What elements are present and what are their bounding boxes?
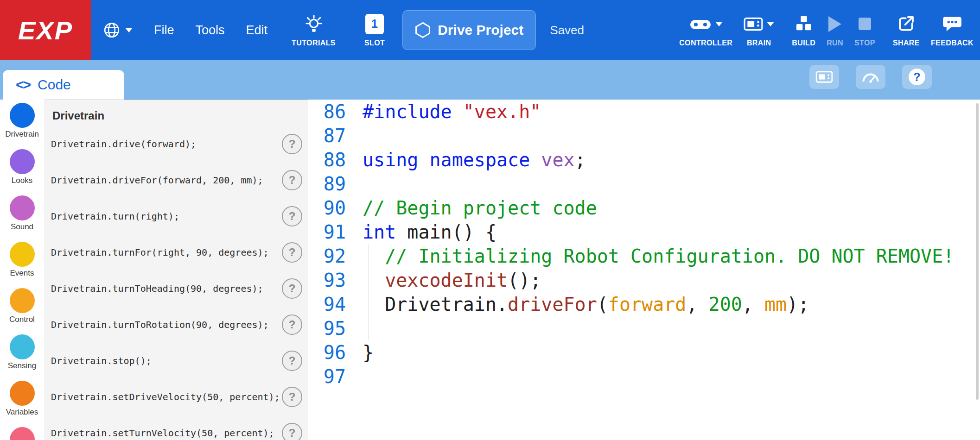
code-line[interactable]: 97 xyxy=(308,365,980,389)
line-number: 96 xyxy=(308,342,363,363)
command-help-button[interactable]: ? xyxy=(282,314,302,335)
run-button[interactable]: RUN xyxy=(827,13,843,47)
code-text: vexcodeInit(); xyxy=(363,270,541,291)
command-help-button[interactable]: ? xyxy=(282,387,302,407)
code-line[interactable]: 90// Begin project code xyxy=(308,196,980,220)
play-icon xyxy=(828,16,841,32)
command-palette: Drivetrain Drivetrain.drive(forward);?Dr… xyxy=(44,100,308,440)
code-line[interactable]: 88using namespace vex; xyxy=(308,148,980,172)
dashboard-button[interactable] xyxy=(856,65,885,89)
sidebar-category-looks[interactable]: Looks xyxy=(0,149,44,185)
command-row[interactable]: Drivetrain.drive(forward);? xyxy=(44,126,308,162)
command-row[interactable]: Drivetrain.turnToHeading(90, degrees);? xyxy=(44,270,308,307)
code-text: Drivetrain.driveFor(forward, 200, mm); xyxy=(363,294,809,315)
project-name-button[interactable]: Drive Project xyxy=(402,10,536,50)
line-number: 94 xyxy=(308,294,363,315)
line-number: 97 xyxy=(308,366,363,387)
command-help-button[interactable]: ? xyxy=(282,170,302,190)
code-tab-label: Code xyxy=(38,77,71,93)
command-row[interactable]: Drivetrain.turnToRotation(90, degrees);? xyxy=(44,307,308,343)
category-label: Variables xyxy=(6,407,38,417)
line-number: 86 xyxy=(308,101,363,122)
chevron-down-icon xyxy=(715,22,723,26)
sidebar-category-partial[interactable] xyxy=(0,427,44,440)
command-row[interactable]: Drivetrain.turnFor(right, 90, degrees);? xyxy=(44,234,308,270)
category-sidebar: DrivetrainLooksSoundEventsControlSensing… xyxy=(0,100,44,440)
device-info-button[interactable] xyxy=(809,65,839,89)
stop-button[interactable]: STOP xyxy=(854,13,875,47)
globe-icon xyxy=(103,21,121,39)
sidebar-category-control[interactable]: Control xyxy=(0,288,44,324)
topbar: EXP File Tools Edit TUTORIALS xyxy=(0,0,980,60)
sidebar-category-sound[interactable]: Sound xyxy=(0,195,44,232)
share-label: SHARE xyxy=(893,39,920,47)
code-text: } xyxy=(363,342,374,363)
code-line[interactable]: 92 // Initializing Robot Configuration. … xyxy=(308,244,980,268)
command-row[interactable]: Drivetrain.driveFor(forward, 200, mm);? xyxy=(44,162,308,198)
editor-scrollbar[interactable] xyxy=(976,103,979,400)
code-line[interactable]: 93 vexcodeInit(); xyxy=(308,268,980,292)
command-text: Drivetrain.setTurnVelocity(50, percent); xyxy=(51,427,274,439)
chevron-down-icon xyxy=(767,22,774,26)
tutorials-button[interactable]: TUTORIALS xyxy=(292,0,336,60)
indent-guide xyxy=(369,292,369,316)
command-help-button[interactable]: ? xyxy=(282,351,302,371)
command-text: Drivetrain.turnFor(right, 90, degrees); xyxy=(51,247,269,258)
menu-file[interactable]: File xyxy=(154,0,174,60)
code-line[interactable]: 86#include "vex.h" xyxy=(308,100,980,124)
build-blocks-icon xyxy=(795,15,813,33)
language-menu-button[interactable] xyxy=(103,0,133,60)
slot-button[interactable]: 1 SLOT xyxy=(364,0,385,60)
stop-label: STOP xyxy=(854,39,875,47)
lightbulb-icon xyxy=(305,14,323,34)
build-button[interactable]: BUILD xyxy=(792,13,815,47)
topbar-actions: CONTROLLER BRAIN xyxy=(679,0,980,60)
feedback-button[interactable]: FEEDBACK xyxy=(931,13,974,47)
share-button[interactable]: SHARE xyxy=(893,13,920,47)
hexagon-icon xyxy=(415,22,431,38)
build-label: BUILD xyxy=(792,39,815,47)
save-status: Saved xyxy=(550,23,584,38)
command-text: Drivetrain.drive(forward); xyxy=(51,138,196,150)
command-row[interactable]: Drivetrain.turn(right);? xyxy=(44,198,308,234)
sidebar-category-variables[interactable]: Variables xyxy=(0,381,44,417)
command-help-button[interactable]: ? xyxy=(282,206,302,226)
command-help-button[interactable]: ? xyxy=(282,278,302,299)
question-icon: ? xyxy=(909,69,925,85)
code-line[interactable]: 95 xyxy=(308,316,980,340)
command-text: Drivetrain.stop(); xyxy=(51,355,152,366)
command-help-button[interactable]: ? xyxy=(282,134,302,154)
menu-edit[interactable]: Edit xyxy=(246,0,268,60)
command-row[interactable]: Drivetrain.setDriveVelocity(50, percent)… xyxy=(44,379,308,415)
help-button[interactable]: ? xyxy=(902,65,932,89)
command-help-button[interactable]: ? xyxy=(282,423,302,440)
code-editor[interactable]: 86#include "vex.h"8788using namespace ve… xyxy=(308,100,980,440)
code-text: int main() { xyxy=(363,221,496,243)
command-row[interactable]: Drivetrain.setTurnVelocity(50, percent);… xyxy=(44,415,308,440)
code-text: using namespace vex; xyxy=(363,149,586,170)
subbar-actions: ? xyxy=(809,65,932,89)
code-brackets-icon: <> xyxy=(16,77,30,93)
tab-code[interactable]: <> Code xyxy=(3,70,124,100)
brain-button[interactable]: BRAIN xyxy=(744,13,774,47)
sidebar-category-sensing[interactable]: Sensing xyxy=(0,334,44,371)
menu-tools[interactable]: Tools xyxy=(196,0,225,60)
category-dot xyxy=(10,381,35,406)
category-label: Drivetrain xyxy=(5,129,39,139)
code-line[interactable]: 91int main() { xyxy=(308,220,980,244)
controller-button[interactable]: CONTROLLER xyxy=(679,13,732,47)
command-row[interactable]: Drivetrain.stop();? xyxy=(44,343,308,379)
code-line[interactable]: 87 xyxy=(308,124,980,148)
command-list: Drivetrain.drive(forward);?Drivetrain.dr… xyxy=(44,126,308,440)
line-number: 92 xyxy=(308,245,363,267)
code-line[interactable]: 94 Drivetrain.driveFor(forward, 200, mm)… xyxy=(308,292,980,316)
sidebar-category-events[interactable]: Events xyxy=(0,242,44,278)
device-icon xyxy=(815,70,833,84)
indent-guide xyxy=(369,268,369,292)
command-help-button[interactable]: ? xyxy=(282,242,302,263)
code-line[interactable]: 96} xyxy=(308,340,980,365)
code-line[interactable]: 89 xyxy=(308,172,980,196)
main-content: DrivetrainLooksSoundEventsControlSensing… xyxy=(0,100,980,440)
category-dot xyxy=(10,242,35,267)
sidebar-category-drivetrain[interactable]: Drivetrain xyxy=(0,103,44,139)
